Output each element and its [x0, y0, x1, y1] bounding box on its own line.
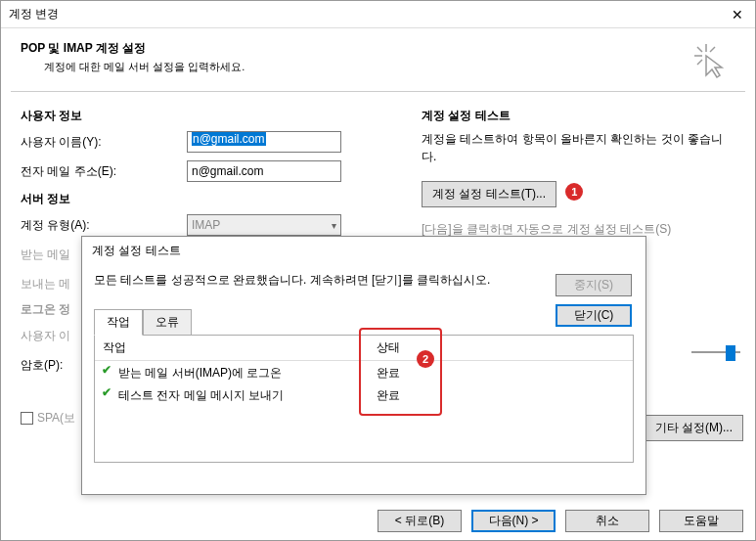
svg-line-3	[710, 47, 715, 52]
svg-line-4	[697, 60, 702, 65]
check-icon: ✔	[95, 363, 118, 382]
svg-line-2	[697, 47, 702, 52]
close-icon[interactable]: ✕	[728, 5, 747, 24]
account-change-dialog: 계정 변경 ✕ POP 및 IMAP 계정 설정 계정에 대한 메일 서버 설정…	[0, 0, 756, 541]
spa-checkbox[interactable]	[21, 412, 33, 425]
col-header-status: 상태	[369, 336, 633, 360]
test-description: 계정을 테스트하여 항목이 올바른지 확인하는 것이 좋습니다.	[422, 130, 735, 165]
header: POP 및 IMAP 계정 설정 계정에 대한 메일 서버 설정을 입력하세요.	[1, 28, 755, 87]
email-input[interactable]	[187, 160, 341, 182]
divider	[11, 91, 745, 92]
help-button[interactable]: 도움말	[659, 510, 743, 532]
inner-dialog-title: 계정 설정 테스트	[82, 237, 645, 264]
header-subtitle: 계정에 대한 메일 서버 설정을 입력하세요.	[44, 60, 690, 74]
header-title: POP 및 IMAP 계정 설정	[21, 40, 690, 57]
annotation-badge-1: 1	[565, 183, 583, 201]
test-heading: 계정 설정 테스트	[422, 108, 735, 124]
username-label: 사용자 이름(Y):	[21, 134, 187, 151]
col-header-task: 작업	[95, 336, 369, 360]
cursor-sparkle-icon	[690, 40, 730, 79]
username-input[interactable]: n@gmail.com	[187, 131, 341, 153]
tab-errors[interactable]: 오류	[143, 309, 192, 336]
task-text: 테스트 전자 메일 메시지 보내기	[118, 385, 369, 404]
titlebar: 계정 변경 ✕	[1, 1, 755, 28]
server-info-heading: 서버 정보	[21, 191, 402, 207]
slider-partial[interactable]	[691, 343, 745, 363]
wizard-buttons: < 뒤로(B) 다음(N) > 취소 도움말	[378, 510, 743, 532]
table-row: ✔ 테스트 전자 메일 메시지 보내기 완료	[95, 383, 633, 406]
annotation-badge-2: 2	[417, 350, 434, 368]
slider-thumb[interactable]	[726, 345, 735, 361]
user-info-heading: 사용자 정보	[21, 108, 402, 124]
account-type-select: IMAP ▾	[187, 214, 341, 236]
result-tabs: 작업 오류	[94, 308, 634, 336]
task-text: 받는 메일 서버(IMAP)에 로그온	[118, 363, 369, 382]
inner-success-message: 모든 테스트를 성공적으로 완료했습니다. 계속하려면 [닫기]를 클릭하십시오…	[94, 272, 634, 289]
window-title: 계정 변경	[9, 6, 59, 23]
next-button[interactable]: 다음(N) >	[471, 510, 556, 532]
stop-button: 중지(S)	[556, 274, 632, 296]
back-button[interactable]: < 뒤로(B)	[378, 510, 462, 532]
task-table: 작업 상태 ✔ 받는 메일 서버(IMAP)에 로그온 완료 ✔ 테스트 전자 …	[94, 336, 634, 463]
cancel-button[interactable]: 취소	[565, 510, 649, 532]
spa-label-partial: SPA(보	[37, 410, 75, 427]
table-row: ✔ 받는 메일 서버(IMAP)에 로그온 완료	[95, 361, 633, 383]
test-results-dialog: 계정 설정 테스트 모든 테스트를 성공적으로 완료했습니다. 계속하려면 [닫…	[81, 236, 646, 495]
email-label: 전자 메일 주소(E):	[21, 163, 187, 180]
check-icon: ✔	[95, 385, 118, 404]
other-settings-button[interactable]: 기타 설정(M)...	[645, 415, 743, 441]
test-account-button[interactable]: 계정 설정 테스트(T)...	[422, 181, 556, 207]
task-status: 완료	[369, 385, 633, 404]
account-type-label: 계정 유형(A):	[21, 217, 187, 234]
chevron-down-icon: ▾	[332, 220, 336, 231]
auto-test-label-partial: [다음]을 클릭하면 자동으로 계정 설정 테스트(S)	[422, 222, 671, 236]
task-status: 완료	[369, 363, 633, 382]
tab-tasks[interactable]: 작업	[94, 309, 143, 336]
